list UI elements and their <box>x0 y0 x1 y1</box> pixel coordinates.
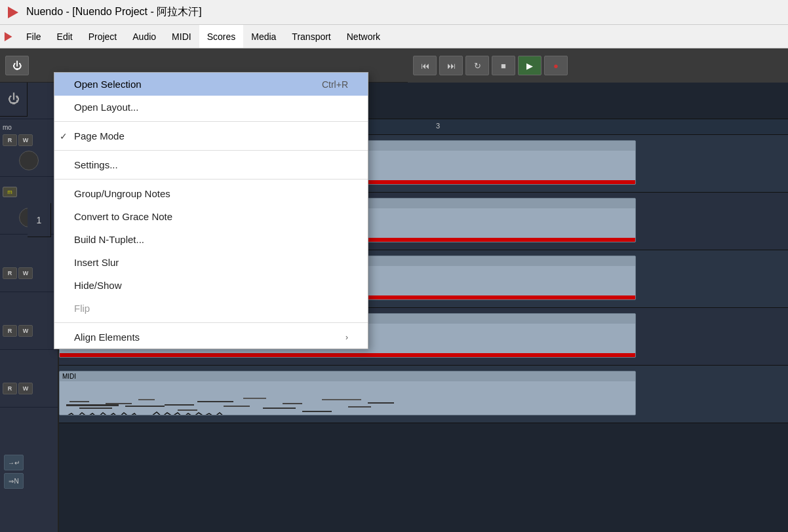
track-r-btn-1[interactable]: R <box>3 134 17 146</box>
menu-media[interactable]: Media <box>243 25 284 48</box>
insert-slur-label: Insert Slur <box>74 257 119 268</box>
menu-item-build-tuplet[interactable]: Build N-Tuplet... <box>54 228 368 251</box>
stop-button[interactable]: ■ <box>492 56 515 75</box>
power-button[interactable]: ⏻ <box>5 56 29 75</box>
svg-marker-0 <box>8 7 18 18</box>
menu-item-align-elements[interactable]: Align Elements › <box>54 326 368 349</box>
track-m-btn-2[interactable]: m <box>3 187 17 197</box>
track-w-btn-1[interactable]: W <box>18 134 33 146</box>
flip-label: Flip <box>74 303 90 314</box>
track-controls-4: R W <box>3 325 55 337</box>
track-controls-1: R W <box>3 134 55 146</box>
svg-rect-12 <box>243 398 266 399</box>
svg-rect-2 <box>66 404 119 406</box>
svg-rect-9 <box>178 409 197 411</box>
menu-file[interactable]: File <box>18 25 49 48</box>
track-row-3: R W <box>0 235 58 292</box>
number-indicator: 1 <box>28 203 51 237</box>
menu-item-settings[interactable]: Settings... <box>54 153 368 176</box>
midi-notes-5 <box>66 385 394 415</box>
ruler-mark-3: 3 <box>436 122 440 130</box>
goto-end-button[interactable]: ⏭ <box>439 56 463 75</box>
track-w-btn-3[interactable]: W <box>18 267 33 279</box>
track-knob-1[interactable] <box>19 151 39 170</box>
open-layout-label: Open Layout... <box>74 102 138 113</box>
menu-item-open-selection[interactable]: Open Selection Ctrl+R <box>54 73 368 96</box>
menu-audio[interactable]: Audio <box>125 25 164 48</box>
menu-network[interactable]: Network <box>339 25 388 48</box>
track-r-btn-5[interactable]: R <box>3 383 17 394</box>
svg-rect-7 <box>138 399 155 400</box>
arrange-track-5: MIDI <box>59 366 788 423</box>
svg-rect-5 <box>106 403 132 404</box>
svg-rect-17 <box>348 406 371 408</box>
menu-item-group-ungroup[interactable]: Group/Ungroup Notes <box>54 182 368 205</box>
play-button[interactable]: ▶ <box>518 56 542 75</box>
midi-red-line-4 <box>60 353 635 357</box>
midi-block-header-5: MIDI <box>60 371 635 381</box>
track-row-4: R W <box>0 292 58 350</box>
svg-rect-6 <box>125 406 165 407</box>
menu-item-convert-grace[interactable]: Convert to Grace Note <box>54 205 368 228</box>
menu-sep-3 <box>54 179 368 180</box>
page-mode-label: Page Mode <box>74 130 125 142</box>
scores-dropdown-menu: Open Selection Ctrl+R Open Layout... ✓ P… <box>54 72 368 349</box>
hide-show-label: Hide/Show <box>74 280 122 291</box>
menu-item-page-mode[interactable]: ✓ Page Mode <box>54 124 368 147</box>
window-title: Nuendo - [Nuendo Project - 阿拉木汗] <box>26 5 202 19</box>
menu-edit[interactable]: Edit <box>49 25 81 48</box>
svg-marker-1 <box>5 31 12 41</box>
menu-item-insert-slur[interactable]: Insert Slur <box>54 251 368 274</box>
side-buttons: →↵ ⇒N <box>0 446 28 498</box>
menu-item-open-layout[interactable]: Open Layout... <box>54 96 368 119</box>
menu-project[interactable]: Project <box>81 25 125 48</box>
menu-sep-2 <box>54 150 368 151</box>
track-label-1: mo <box>3 124 55 131</box>
menu-scores[interactable]: Scores <box>199 25 244 48</box>
side-btn-1[interactable]: →↵ <box>4 455 24 470</box>
track-r-btn-4[interactable]: R <box>3 325 17 337</box>
track-controls-5: R W <box>3 383 55 394</box>
midi-block-content-5 <box>60 381 635 415</box>
menu-item-hide-show[interactable]: Hide/Show <box>54 274 368 297</box>
open-selection-label: Open Selection <box>74 79 142 90</box>
goto-start-button[interactable]: ⏮ <box>413 56 437 75</box>
svg-rect-13 <box>263 408 296 409</box>
track-controls-3: R W <box>3 267 55 279</box>
svg-rect-10 <box>197 401 233 402</box>
track-r-btn-3[interactable]: R <box>3 267 17 279</box>
page-mode-check: ✓ <box>60 131 68 142</box>
transport-area: ⏮ ⏭ ↻ ■ ▶ ● <box>408 48 788 83</box>
svg-rect-3 <box>69 401 89 402</box>
track-row-5: R W <box>0 350 58 408</box>
power-btn-area: ⏻ <box>0 83 28 117</box>
track-w-btn-4[interactable]: W <box>18 325 33 337</box>
menu-midi[interactable]: MIDI <box>164 25 199 48</box>
nuendo-logo <box>7 5 21 20</box>
menu-item-flip: Flip <box>54 297 368 320</box>
group-ungroup-label: Group/Ungroup Notes <box>74 188 170 199</box>
svg-rect-15 <box>302 411 332 412</box>
title-bar: Nuendo - [Nuendo Project - 阿拉木汗] <box>0 0 788 25</box>
svg-rect-11 <box>224 406 250 407</box>
align-elements-label: Align Elements <box>74 332 140 343</box>
midi-block-5[interactable]: MIDI <box>59 371 636 415</box>
track-w-btn-5[interactable]: W <box>18 383 33 394</box>
convert-grace-label: Convert to Grace Note <box>74 211 172 222</box>
menu-transport[interactable]: Transport <box>284 25 338 48</box>
menu-bar: File Edit Project Audio MIDI Scores Medi… <box>0 25 788 48</box>
svg-rect-8 <box>165 404 194 406</box>
build-tuplet-label: Build N-Tuplet... <box>74 234 144 245</box>
svg-rect-14 <box>283 403 302 404</box>
track-number: 1 <box>37 215 42 225</box>
power-icon[interactable]: ⏻ <box>8 92 20 106</box>
menu-logo <box>0 25 18 48</box>
menu-sep-1 <box>54 121 368 122</box>
svg-rect-16 <box>322 399 361 400</box>
record-button[interactable]: ● <box>544 56 568 75</box>
side-btn-2[interactable]: ⇒N <box>4 473 24 489</box>
align-elements-arrow: › <box>345 333 348 342</box>
track-row-1: mo R W <box>0 119 58 177</box>
open-selection-shortcut: Ctrl+R <box>322 79 348 90</box>
cycle-button[interactable]: ↻ <box>465 56 489 75</box>
